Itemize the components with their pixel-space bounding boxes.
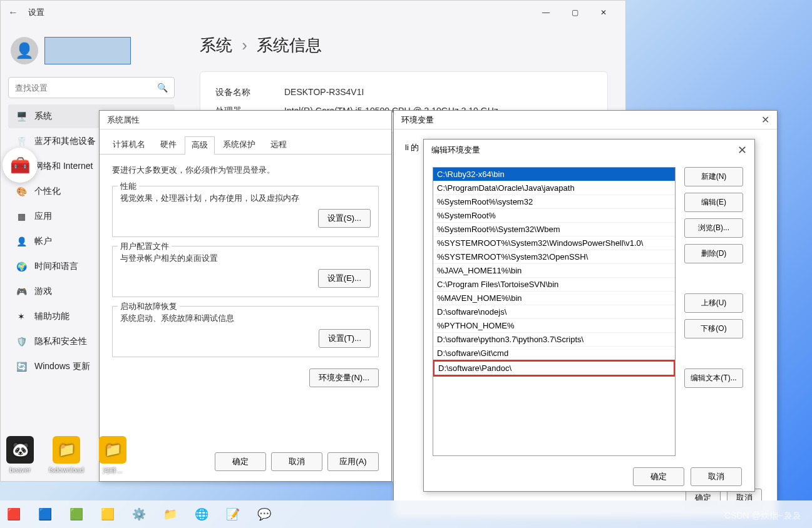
- nav-icon: 🎮: [16, 286, 27, 297]
- startup-recovery-group-text: 系统启动、系统故障和调试信息: [120, 313, 371, 324]
- taskbar-icon[interactable]: 🟨: [98, 504, 118, 524]
- taskbar[interactable]: 🟥🟦🟩🟨⚙️📁🌐📝💬: [0, 500, 812, 528]
- user-profile-settings-button[interactable]: 设置(E)...: [318, 269, 371, 288]
- breadcrumb: 系统 › 系统信息: [200, 34, 608, 56]
- sysprop-note: 要进行大多数更改，你必须作为管理员登录。: [112, 165, 379, 176]
- path-item[interactable]: D:\software\nodejs\: [433, 305, 675, 319]
- close-icon[interactable]: ✕: [737, 143, 747, 157]
- desktop-icon[interactable]: 📁fsdownload: [48, 436, 85, 475]
- sysprop-tab-3[interactable]: 系统保护: [216, 136, 262, 154]
- nav-label: 蓝牙和其他设备: [34, 136, 96, 147]
- floating-tool-icon[interactable]: 🧰: [3, 148, 38, 183]
- desktop-icon[interactable]: 📁河畔...: [94, 436, 131, 475]
- nav-label: 系统: [34, 111, 52, 122]
- nav-icon: 🦷: [16, 136, 27, 147]
- nav-label: 网络和 Internet: [34, 161, 93, 172]
- browse-button[interactable]: 浏览(B)...: [684, 218, 743, 238]
- search-box[interactable]: 🔍: [8, 77, 175, 98]
- edit-text-button[interactable]: 编辑文本(T)...: [684, 368, 743, 388]
- nav-icon: 🌍: [16, 261, 27, 272]
- sysprop-apply-button[interactable]: 应用(A): [327, 452, 379, 471]
- device-name-label: 设备名称: [215, 87, 284, 98]
- nav-label: 应用: [34, 211, 52, 222]
- path-item[interactable]: %PYTHON_HOME%: [433, 319, 675, 333]
- startup-recovery-group-title: 启动和故障恢复: [118, 301, 180, 312]
- taskbar-icon[interactable]: 📝: [223, 504, 243, 524]
- sysprop-tab-0[interactable]: 计算机名: [106, 136, 152, 154]
- edit-button[interactable]: 编辑(E): [684, 193, 743, 212]
- new-button[interactable]: 新建(N): [684, 167, 743, 186]
- nav-icon: ✶: [16, 311, 27, 322]
- breadcrumb-b: 系统信息: [257, 36, 322, 54]
- device-name-value: DESKTOP-R3S4V1I: [284, 87, 364, 98]
- sysprop-tab-4[interactable]: 远程: [264, 136, 294, 154]
- user-profile-group: 用户配置文件 与登录帐户相关的桌面设置 设置(E)...: [112, 246, 379, 297]
- performance-group-text: 视觉效果，处理器计划，内存使用，以及虚拟内存: [120, 193, 371, 204]
- nav-icon: 🛡️: [16, 336, 27, 347]
- nav-label: 辅助功能: [34, 311, 69, 322]
- edit-env-title: 编辑环境变量 ✕: [424, 140, 754, 161]
- performance-group-title: 性能: [118, 181, 139, 192]
- nav-icon: 👤: [16, 236, 27, 247]
- env-vars-title: 环境变量 ✕: [394, 111, 777, 129]
- user-profile-group-title: 用户配置文件: [118, 241, 172, 252]
- desktop-icons: 🐼beaver📁fsdownload📁河畔...: [1, 436, 131, 475]
- delete-button[interactable]: 删除(D): [684, 244, 743, 263]
- performance-settings-button[interactable]: 设置(S)...: [318, 209, 371, 228]
- user-row[interactable]: 👤: [8, 32, 175, 77]
- edit-env-ok-button[interactable]: 确定: [633, 467, 684, 486]
- path-item[interactable]: %SystemRoot%\system32: [433, 195, 675, 209]
- user-profile-group-text: 与登录帐户相关的桌面设置: [120, 253, 371, 264]
- move-down-button[interactable]: 下移(O): [684, 319, 743, 338]
- taskbar-icon[interactable]: 🌐: [192, 504, 212, 524]
- path-item[interactable]: C:\Ruby32-x64\bin: [433, 168, 675, 181]
- path-item[interactable]: C:\Program Files\TortoiseSVN\bin: [433, 278, 675, 292]
- back-icon[interactable]: ←: [8, 7, 23, 18]
- path-item[interactable]: C:\ProgramData\Oracle\Java\javapath: [433, 181, 675, 195]
- nav-label: 隐私和安全性: [34, 336, 87, 347]
- environment-variables-button[interactable]: 环境变量(N)...: [309, 368, 379, 387]
- close-button[interactable]: ✕: [589, 1, 618, 24]
- window-title: 设置: [28, 7, 44, 18]
- path-item[interactable]: %SYSTEMROOT%\System32\WindowsPowerShell\…: [433, 236, 675, 250]
- edit-env-cancel-button[interactable]: 取消: [691, 467, 742, 486]
- maximize-button[interactable]: ▢: [560, 1, 589, 24]
- close-icon[interactable]: ✕: [761, 114, 769, 126]
- chevron-right-icon: ›: [242, 36, 247, 54]
- user-name-box: [44, 37, 131, 64]
- taskbar-icon[interactable]: 🟥: [4, 504, 24, 524]
- path-item[interactable]: D:\software\Pandoc\: [433, 360, 676, 377]
- edit-env-var-dialog: 编辑环境变量 ✕ C:\Ruby32-x64\binC:\ProgramData…: [423, 139, 755, 492]
- search-input[interactable]: [15, 83, 157, 93]
- startup-recovery-group: 启动和故障恢复 系统启动、系统故障和调试信息 设置(T)...: [112, 306, 379, 357]
- path-list[interactable]: C:\Ruby32-x64\binC:\ProgramData\Oracle\J…: [433, 167, 676, 456]
- sysprop-tab-2[interactable]: 高级: [185, 136, 215, 155]
- path-item[interactable]: %MAVEN_HOME%\bin: [433, 292, 675, 305]
- taskbar-icon[interactable]: 🟦: [35, 504, 55, 524]
- path-item[interactable]: %SystemRoot%: [433, 209, 675, 223]
- system-properties-dialog: 系统属性 计算机名硬件高级系统保护远程 要进行大多数更改，你必须作为管理员登录。…: [99, 110, 392, 482]
- nav-label: 时间和语言: [34, 261, 78, 272]
- minimize-button[interactable]: —: [532, 1, 560, 24]
- path-item[interactable]: D:\software\python3.7\python3.7\Scripts\: [433, 333, 675, 347]
- taskbar-icon[interactable]: 💬: [254, 504, 274, 524]
- move-up-button[interactable]: 上移(U): [684, 293, 743, 313]
- taskbar-icon[interactable]: 📁: [160, 504, 180, 524]
- startup-recovery-settings-button[interactable]: 设置(T)...: [319, 329, 371, 348]
- desktop-icon[interactable]: 🐼beaver: [1, 436, 39, 475]
- taskbar-icon[interactable]: 🟩: [66, 504, 86, 524]
- path-item[interactable]: D:\software\Git\cmd: [433, 347, 675, 360]
- nav-label: 帐户: [34, 236, 52, 247]
- sysprop-cancel-button[interactable]: 取消: [271, 452, 322, 471]
- path-item[interactable]: %SystemRoot%\System32\Wbem: [433, 223, 675, 236]
- breadcrumb-a[interactable]: 系统: [200, 36, 232, 54]
- sysprop-tabs: 计算机名硬件高级系统保护远程: [100, 129, 391, 155]
- sysprop-ok-button[interactable]: 确定: [215, 452, 266, 471]
- taskbar-icon[interactable]: ⚙️: [129, 504, 149, 524]
- path-item[interactable]: %JAVA_HOME11%\bin: [433, 264, 675, 278]
- nav-label: 个性化: [34, 186, 61, 197]
- nav-icon: 🔄: [16, 361, 27, 372]
- sysprop-title: 系统属性: [100, 111, 391, 129]
- sysprop-tab-1[interactable]: 硬件: [153, 136, 183, 154]
- path-item[interactable]: %SYSTEMROOT%\System32\OpenSSH\: [433, 250, 675, 264]
